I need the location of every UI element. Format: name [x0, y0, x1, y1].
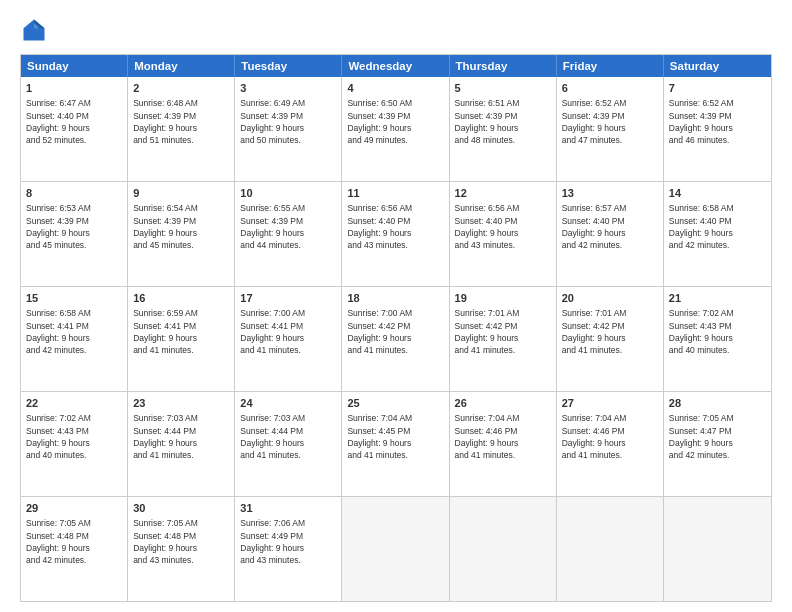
- cal-cell-30: 30Sunrise: 7:05 AMSunset: 4:48 PMDayligh…: [128, 497, 235, 601]
- calendar-row-1: 1Sunrise: 6:47 AMSunset: 4:40 PMDaylight…: [21, 77, 771, 181]
- day-number-2: 2: [133, 81, 229, 96]
- cal-cell-8: 8Sunrise: 6:53 AMSunset: 4:39 PMDaylight…: [21, 182, 128, 286]
- day-number-24: 24: [240, 396, 336, 411]
- cell-text-6: Sunrise: 6:52 AMSunset: 4:39 PMDaylight:…: [562, 97, 658, 146]
- day-number-17: 17: [240, 291, 336, 306]
- cell-text-2: Sunrise: 6:48 AMSunset: 4:39 PMDaylight:…: [133, 97, 229, 146]
- cell-text-30: Sunrise: 7:05 AMSunset: 4:48 PMDaylight:…: [133, 517, 229, 566]
- day-number-29: 29: [26, 501, 122, 516]
- day-number-10: 10: [240, 186, 336, 201]
- day-number-25: 25: [347, 396, 443, 411]
- cal-cell-25: 25Sunrise: 7:04 AMSunset: 4:45 PMDayligh…: [342, 392, 449, 496]
- header-day-monday: Monday: [128, 55, 235, 77]
- cell-text-3: Sunrise: 6:49 AMSunset: 4:39 PMDaylight:…: [240, 97, 336, 146]
- day-number-31: 31: [240, 501, 336, 516]
- cell-text-13: Sunrise: 6:57 AMSunset: 4:40 PMDaylight:…: [562, 202, 658, 251]
- day-number-3: 3: [240, 81, 336, 96]
- logo-icon: [20, 16, 48, 44]
- cal-cell-21: 21Sunrise: 7:02 AMSunset: 4:43 PMDayligh…: [664, 287, 771, 391]
- day-number-26: 26: [455, 396, 551, 411]
- cal-cell-empty-4-3: [342, 497, 449, 601]
- cell-text-11: Sunrise: 6:56 AMSunset: 4:40 PMDaylight:…: [347, 202, 443, 251]
- day-number-15: 15: [26, 291, 122, 306]
- cal-cell-13: 13Sunrise: 6:57 AMSunset: 4:40 PMDayligh…: [557, 182, 664, 286]
- cal-cell-14: 14Sunrise: 6:58 AMSunset: 4:40 PMDayligh…: [664, 182, 771, 286]
- cell-text-31: Sunrise: 7:06 AMSunset: 4:49 PMDaylight:…: [240, 517, 336, 566]
- day-number-13: 13: [562, 186, 658, 201]
- page: SundayMondayTuesdayWednesdayThursdayFrid…: [0, 0, 792, 612]
- cell-text-27: Sunrise: 7:04 AMSunset: 4:46 PMDaylight:…: [562, 412, 658, 461]
- day-number-23: 23: [133, 396, 229, 411]
- cell-text-4: Sunrise: 6:50 AMSunset: 4:39 PMDaylight:…: [347, 97, 443, 146]
- day-number-8: 8: [26, 186, 122, 201]
- cell-text-5: Sunrise: 6:51 AMSunset: 4:39 PMDaylight:…: [455, 97, 551, 146]
- day-number-27: 27: [562, 396, 658, 411]
- calendar-body: 1Sunrise: 6:47 AMSunset: 4:40 PMDaylight…: [21, 77, 771, 601]
- calendar-row-3: 15Sunrise: 6:58 AMSunset: 4:41 PMDayligh…: [21, 286, 771, 391]
- day-number-9: 9: [133, 186, 229, 201]
- cell-text-19: Sunrise: 7:01 AMSunset: 4:42 PMDaylight:…: [455, 307, 551, 356]
- cell-text-21: Sunrise: 7:02 AMSunset: 4:43 PMDaylight:…: [669, 307, 766, 356]
- header-day-friday: Friday: [557, 55, 664, 77]
- cal-cell-24: 24Sunrise: 7:03 AMSunset: 4:44 PMDayligh…: [235, 392, 342, 496]
- cal-cell-29: 29Sunrise: 7:05 AMSunset: 4:48 PMDayligh…: [21, 497, 128, 601]
- cell-text-24: Sunrise: 7:03 AMSunset: 4:44 PMDaylight:…: [240, 412, 336, 461]
- calendar-row-2: 8Sunrise: 6:53 AMSunset: 4:39 PMDaylight…: [21, 181, 771, 286]
- cell-text-9: Sunrise: 6:54 AMSunset: 4:39 PMDaylight:…: [133, 202, 229, 251]
- cal-cell-31: 31Sunrise: 7:06 AMSunset: 4:49 PMDayligh…: [235, 497, 342, 601]
- logo: [20, 16, 52, 44]
- cell-text-16: Sunrise: 6:59 AMSunset: 4:41 PMDaylight:…: [133, 307, 229, 356]
- day-number-19: 19: [455, 291, 551, 306]
- cell-text-12: Sunrise: 6:56 AMSunset: 4:40 PMDaylight:…: [455, 202, 551, 251]
- cal-cell-15: 15Sunrise: 6:58 AMSunset: 4:41 PMDayligh…: [21, 287, 128, 391]
- header-day-wednesday: Wednesday: [342, 55, 449, 77]
- header-day-saturday: Saturday: [664, 55, 771, 77]
- cell-text-8: Sunrise: 6:53 AMSunset: 4:39 PMDaylight:…: [26, 202, 122, 251]
- cal-cell-20: 20Sunrise: 7:01 AMSunset: 4:42 PMDayligh…: [557, 287, 664, 391]
- cell-text-7: Sunrise: 6:52 AMSunset: 4:39 PMDaylight:…: [669, 97, 766, 146]
- cell-text-23: Sunrise: 7:03 AMSunset: 4:44 PMDaylight:…: [133, 412, 229, 461]
- cal-cell-empty-4-5: [557, 497, 664, 601]
- cell-text-17: Sunrise: 7:00 AMSunset: 4:41 PMDaylight:…: [240, 307, 336, 356]
- day-number-11: 11: [347, 186, 443, 201]
- day-number-20: 20: [562, 291, 658, 306]
- day-number-6: 6: [562, 81, 658, 96]
- day-number-30: 30: [133, 501, 229, 516]
- cal-cell-27: 27Sunrise: 7:04 AMSunset: 4:46 PMDayligh…: [557, 392, 664, 496]
- cal-cell-16: 16Sunrise: 6:59 AMSunset: 4:41 PMDayligh…: [128, 287, 235, 391]
- header: [20, 16, 772, 44]
- day-number-28: 28: [669, 396, 766, 411]
- cell-text-25: Sunrise: 7:04 AMSunset: 4:45 PMDaylight:…: [347, 412, 443, 461]
- cal-cell-26: 26Sunrise: 7:04 AMSunset: 4:46 PMDayligh…: [450, 392, 557, 496]
- cell-text-10: Sunrise: 6:55 AMSunset: 4:39 PMDaylight:…: [240, 202, 336, 251]
- cal-cell-4: 4Sunrise: 6:50 AMSunset: 4:39 PMDaylight…: [342, 77, 449, 181]
- day-number-16: 16: [133, 291, 229, 306]
- cal-cell-10: 10Sunrise: 6:55 AMSunset: 4:39 PMDayligh…: [235, 182, 342, 286]
- calendar: SundayMondayTuesdayWednesdayThursdayFrid…: [20, 54, 772, 602]
- cal-cell-7: 7Sunrise: 6:52 AMSunset: 4:39 PMDaylight…: [664, 77, 771, 181]
- day-number-18: 18: [347, 291, 443, 306]
- cal-cell-1: 1Sunrise: 6:47 AMSunset: 4:40 PMDaylight…: [21, 77, 128, 181]
- day-number-1: 1: [26, 81, 122, 96]
- cell-text-29: Sunrise: 7:05 AMSunset: 4:48 PMDaylight:…: [26, 517, 122, 566]
- cal-cell-19: 19Sunrise: 7:01 AMSunset: 4:42 PMDayligh…: [450, 287, 557, 391]
- cal-cell-9: 9Sunrise: 6:54 AMSunset: 4:39 PMDaylight…: [128, 182, 235, 286]
- cal-cell-23: 23Sunrise: 7:03 AMSunset: 4:44 PMDayligh…: [128, 392, 235, 496]
- cal-cell-6: 6Sunrise: 6:52 AMSunset: 4:39 PMDaylight…: [557, 77, 664, 181]
- header-day-thursday: Thursday: [450, 55, 557, 77]
- cell-text-22: Sunrise: 7:02 AMSunset: 4:43 PMDaylight:…: [26, 412, 122, 461]
- cal-cell-28: 28Sunrise: 7:05 AMSunset: 4:47 PMDayligh…: [664, 392, 771, 496]
- day-number-21: 21: [669, 291, 766, 306]
- header-day-tuesday: Tuesday: [235, 55, 342, 77]
- cal-cell-22: 22Sunrise: 7:02 AMSunset: 4:43 PMDayligh…: [21, 392, 128, 496]
- cell-text-28: Sunrise: 7:05 AMSunset: 4:47 PMDaylight:…: [669, 412, 766, 461]
- day-number-7: 7: [669, 81, 766, 96]
- day-number-4: 4: [347, 81, 443, 96]
- day-number-5: 5: [455, 81, 551, 96]
- cal-cell-5: 5Sunrise: 6:51 AMSunset: 4:39 PMDaylight…: [450, 77, 557, 181]
- calendar-header: SundayMondayTuesdayWednesdayThursdayFrid…: [21, 55, 771, 77]
- cal-cell-17: 17Sunrise: 7:00 AMSunset: 4:41 PMDayligh…: [235, 287, 342, 391]
- day-number-22: 22: [26, 396, 122, 411]
- cell-text-1: Sunrise: 6:47 AMSunset: 4:40 PMDaylight:…: [26, 97, 122, 146]
- calendar-row-5: 29Sunrise: 7:05 AMSunset: 4:48 PMDayligh…: [21, 496, 771, 601]
